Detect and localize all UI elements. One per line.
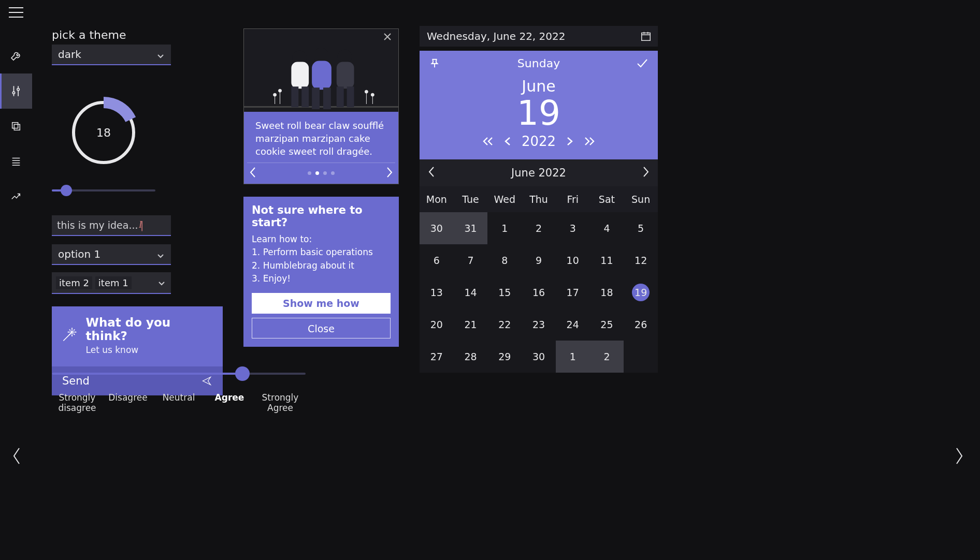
calendar-prev-button[interactable] [428, 166, 435, 180]
wrench-icon [10, 50, 22, 62]
calendar-day[interactable]: 13 [420, 276, 454, 308]
svg-rect-15 [337, 62, 354, 89]
show-me-button[interactable]: Show me how [252, 293, 391, 314]
calendar-icon [640, 31, 652, 42]
calendar-day[interactable]: 10 [556, 244, 590, 276]
right-column: Wednesday, June 22, 2022 Sunday June 19 … [420, 26, 658, 373]
carousel-prev-button[interactable] [249, 167, 256, 180]
year-fast-prev[interactable] [482, 134, 494, 149]
calendar-dow: Tue [454, 186, 488, 212]
promo-card: Not sure where to start? Learn how to: 1… [243, 197, 399, 347]
calendar-day[interactable]: 4 [590, 212, 624, 244]
rail-tool-list[interactable] [0, 144, 32, 179]
svg-rect-11 [312, 61, 332, 90]
calendar-day[interactable]: 12 [624, 244, 658, 276]
svg-rect-5 [244, 106, 398, 108]
calendar-day[interactable]: 20 [420, 308, 454, 341]
multiselect[interactable]: item 2 item 1 [52, 272, 171, 294]
calendar-day[interactable]: 9 [522, 244, 556, 276]
svg-rect-0 [12, 123, 18, 128]
calendar-day[interactable]: 2 [522, 212, 556, 244]
calendar-day[interactable]: 5 [624, 212, 658, 244]
trend-icon [10, 191, 22, 202]
pin-button[interactable] [429, 58, 440, 71]
calendar-day[interactable]: 7 [454, 244, 488, 276]
rail-tool-sliders[interactable] [0, 73, 32, 109]
calendar-day[interactable]: 14 [454, 276, 488, 308]
theme-select[interactable]: dark [52, 45, 171, 65]
calendar-day[interactable]: 29 [487, 341, 522, 373]
big-date-dow: Sunday [420, 57, 658, 70]
rail-tool-trend[interactable] [0, 179, 32, 214]
calendar-day[interactable]: 31 [454, 212, 488, 244]
carousel-next-button[interactable] [386, 167, 393, 180]
calendar-day[interactable]: 28 [454, 341, 488, 373]
year-next[interactable] [566, 134, 573, 149]
calendar-day[interactable]: 30 [522, 341, 556, 373]
calendar-day[interactable]: 19 [624, 276, 658, 308]
likert-slider[interactable]: StronglydisagreeDisagreeNeutralAgreeStro… [52, 367, 306, 413]
calendar-day[interactable]: 26 [624, 308, 658, 341]
calendar-day[interactable]: 11 [590, 244, 624, 276]
date-bar-text: Wednesday, June 22, 2022 [427, 30, 565, 42]
calendar-day[interactable]: 17 [556, 276, 590, 308]
svg-rect-17 [347, 86, 354, 107]
close-button[interactable]: Close [252, 318, 391, 338]
feedback-sub: Let us know [86, 345, 214, 355]
calendar-dow: Sat [590, 186, 624, 212]
rail-tool-layers[interactable] [0, 109, 32, 144]
year-prev[interactable] [504, 134, 511, 149]
hamburger-icon[interactable] [9, 7, 23, 18]
chevron-down-icon [156, 50, 165, 58]
calendar-day[interactable]: 16 [522, 276, 556, 308]
sliders-icon [10, 84, 24, 98]
tag: item 1 [95, 276, 132, 289]
calendar-day[interactable]: 21 [454, 308, 488, 341]
rail-tool-wrench[interactable] [0, 38, 32, 73]
page-next-button[interactable] [949, 435, 970, 477]
carousel-dots[interactable] [308, 171, 335, 175]
calendar-day[interactable]: 18 [590, 276, 624, 308]
big-date-day: 19 [420, 96, 658, 130]
promo-intro: Learn how to: [252, 233, 391, 246]
svg-rect-9 [301, 86, 309, 107]
calendar-day[interactable]: 23 [522, 308, 556, 341]
confirm-button[interactable] [636, 58, 648, 70]
calendar-day[interactable]: 6 [420, 244, 454, 276]
idea-input[interactable]: this is my idea...| I [52, 215, 171, 236]
people-illustration [244, 29, 398, 111]
list-icon [10, 156, 22, 167]
page-prev-button[interactable] [6, 435, 27, 477]
calendar-day[interactable]: 27 [420, 341, 454, 373]
likert-label: Stronglydisagree [52, 392, 103, 413]
calendar-day[interactable]: 1 [487, 212, 522, 244]
svg-point-14 [338, 50, 352, 64]
calendar-dow: Thu [522, 186, 556, 212]
calendar-day[interactable]: 30 [420, 212, 454, 244]
calendar-day[interactable]: 24 [556, 308, 590, 341]
calendar-day[interactable]: 3 [556, 212, 590, 244]
calendar-day[interactable]: 25 [590, 308, 624, 341]
svg-rect-7 [291, 62, 309, 89]
small-slider[interactable] [52, 184, 155, 197]
year-fast-next[interactable] [584, 134, 595, 149]
promo-body: Learn how to: 1. Perform basic operation… [252, 233, 391, 286]
option-select[interactable]: option 1 [52, 244, 171, 265]
likert-label: Disagree [103, 392, 153, 413]
calendar-day[interactable]: 22 [487, 308, 522, 341]
layers-icon [10, 121, 22, 132]
calendar-day[interactable]: 1 [556, 341, 590, 373]
svg-rect-1 [14, 124, 20, 130]
calendar-day[interactable]: 8 [487, 244, 522, 276]
calendar-next-button[interactable] [642, 166, 650, 180]
likert-label: Agree [204, 392, 255, 413]
calendar-day[interactable]: 15 [487, 276, 522, 308]
likert-labels: StronglydisagreeDisagreeNeutralAgreeStro… [52, 392, 306, 413]
donut-chart: 18 [67, 96, 140, 169]
calendar-title: June 2022 [511, 167, 566, 179]
big-date-card: Sunday June 19 2022 [420, 51, 658, 159]
big-date-year: 2022 [522, 134, 556, 149]
calendar-day[interactable]: 2 [590, 341, 624, 373]
date-bar[interactable]: Wednesday, June 22, 2022 [420, 26, 658, 47]
calendar-dow: Fri [556, 186, 590, 212]
